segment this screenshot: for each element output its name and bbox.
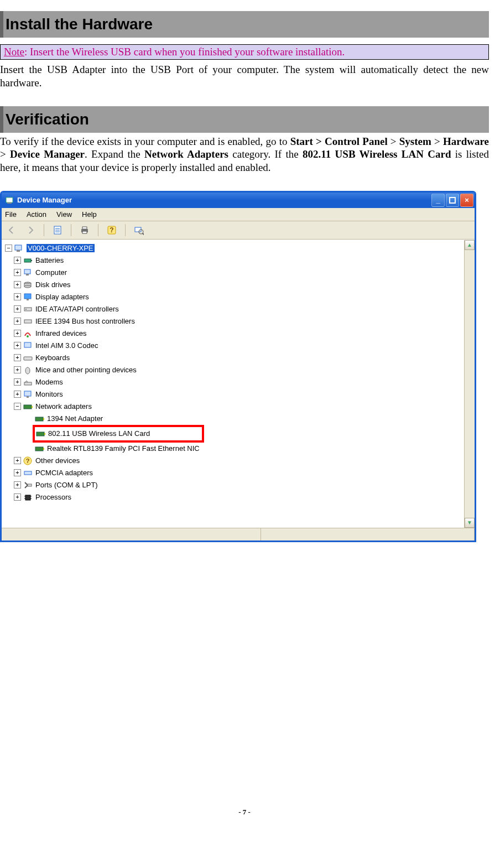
node-label: Processors <box>35 493 71 501</box>
tree-node-ieee1394[interactable]: + IEEE 1394 Bus host controllers <box>4 315 464 328</box>
tree-node-1394-adapter[interactable]: 1394 Net Adapter <box>4 413 464 425</box>
node-label: Keyboards <box>35 354 70 362</box>
close-button[interactable]: × <box>460 194 473 207</box>
tree-root[interactable]: − V000-CHERRY-XPE <box>4 242 464 254</box>
svg-text:?: ? <box>110 226 113 234</box>
menu-action[interactable]: Action <box>27 210 46 219</box>
node-label: Batteries <box>35 256 64 264</box>
svg-rect-33 <box>24 382 32 385</box>
unknown-icon: ? <box>23 456 33 465</box>
node-label: Monitors <box>35 390 63 398</box>
print-icon[interactable] <box>78 224 91 237</box>
back-icon[interactable] <box>5 224 18 237</box>
tree-node-infrared[interactable]: + Infrared devices <box>4 328 464 340</box>
keyboard-icon <box>23 354 33 362</box>
tree-node-usb-wireless[interactable]: 802.11 USB Wireless LAN Card <box>36 428 202 440</box>
pcmcia-icon <box>23 469 33 477</box>
svg-rect-34 <box>24 391 31 396</box>
scroll-up-icon[interactable]: ▲ <box>465 240 475 250</box>
tree-node-other-devices[interactable]: + ? Other devices <box>4 455 464 467</box>
menu-file[interactable]: File <box>5 210 17 219</box>
expand-icon[interactable]: + <box>14 330 21 337</box>
menu-help[interactable]: Help <box>82 210 97 219</box>
menu-view[interactable]: View <box>56 210 72 219</box>
tree-node-batteries[interactable]: + Batteries <box>4 254 464 267</box>
svg-rect-15 <box>15 245 22 250</box>
tree-node-network-adapters[interactable]: − Network adapters <box>4 401 464 413</box>
expand-icon[interactable]: + <box>14 293 21 300</box>
expand-icon[interactable]: + <box>14 366 21 373</box>
scroll-down-icon[interactable]: ▼ <box>465 518 475 528</box>
collapse-icon[interactable]: − <box>5 245 12 252</box>
expand-icon[interactable]: + <box>14 378 21 386</box>
svg-rect-39 <box>43 418 44 420</box>
svg-rect-46 <box>24 471 32 475</box>
tree-node-keyboards[interactable]: + Keyboards <box>4 352 464 364</box>
tree-node-modems[interactable]: + Modems <box>4 376 464 388</box>
tree-node-intelaim[interactable]: + Intel AIM 3.0 Codec <box>4 340 464 352</box>
svg-text:?: ? <box>26 458 30 464</box>
svg-rect-30 <box>24 342 31 347</box>
battery-icon <box>23 256 33 265</box>
processor-icon <box>23 493 33 502</box>
node-label: Realtek RTL8139 Family PCI Fast Ethernet… <box>47 444 200 453</box>
collapse-icon[interactable]: − <box>14 403 21 410</box>
svg-rect-2 <box>450 197 455 203</box>
expand-icon[interactable]: + <box>14 318 21 325</box>
node-label: Ports (COM & LPT) <box>35 481 98 489</box>
tree-node-display[interactable]: + Display adapters <box>4 291 464 303</box>
separator <box>44 224 44 236</box>
scan-hardware-icon[interactable] <box>132 224 145 237</box>
tree-node-disk[interactable]: + Disk drives <box>4 279 464 291</box>
minimize-button[interactable]: _ <box>431 194 445 207</box>
node-label: Intel AIM 3.0 Codec <box>35 341 98 350</box>
tree-node-processors[interactable]: + Processors <box>4 491 464 503</box>
root-label: V000-CHERRY-XPE <box>27 244 95 252</box>
tree-node-realtek[interactable]: Realtek RTL8139 Family PCI Fast Ethernet… <box>4 443 464 455</box>
expand-icon[interactable]: + <box>14 469 21 476</box>
forward-icon[interactable] <box>24 224 37 237</box>
expand-icon[interactable]: + <box>14 391 21 398</box>
expand-icon[interactable]: + <box>14 281 21 288</box>
expand-icon[interactable]: + <box>14 493 21 501</box>
svg-point-32 <box>25 367 30 374</box>
expand-icon[interactable]: + <box>14 354 21 361</box>
disk-icon <box>23 280 33 289</box>
note-box: Note: Insert the Wireless USB card when … <box>0 44 489 60</box>
display-icon <box>23 293 33 302</box>
expand-icon[interactable]: + <box>14 257 21 264</box>
window-title: Device Manager <box>17 196 430 204</box>
tree-node-ports[interactable]: + Ports (COM & LPT) <box>4 479 464 491</box>
node-label: Mice and other pointing devices <box>35 366 137 374</box>
svg-rect-20 <box>26 274 29 276</box>
device-tree[interactable]: − V000-CHERRY-XPE + Batteries + Computer <box>2 240 464 528</box>
monitor-icon <box>23 390 33 399</box>
expand-icon[interactable]: + <box>14 269 21 276</box>
network-adapter-icon <box>35 414 45 423</box>
svg-rect-41 <box>44 433 45 435</box>
scrollbar[interactable]: ▲ ▼ <box>464 240 475 528</box>
expand-icon[interactable]: + <box>14 305 21 313</box>
separator <box>71 224 71 236</box>
node-label: Modems <box>35 378 63 386</box>
tree-node-pcmcia[interactable]: + PCMCIA adapters <box>4 467 464 479</box>
svg-rect-17 <box>24 259 31 262</box>
svg-rect-25 <box>27 299 29 300</box>
expand-icon[interactable]: + <box>14 342 21 349</box>
modem-icon <box>23 378 33 387</box>
help-icon[interactable]: ? <box>105 224 118 237</box>
tree-node-computer[interactable]: + Computer <box>4 267 464 279</box>
expand-icon[interactable]: + <box>14 457 21 464</box>
tree-node-mice[interactable]: + Mice and other pointing devices <box>4 364 464 376</box>
page-number: - 7 - <box>0 808 489 817</box>
separator <box>125 224 126 236</box>
maximize-button[interactable] <box>446 194 459 207</box>
node-label: PCMCIA adapters <box>35 469 93 477</box>
tree-node-ide[interactable]: + IDE ATA/ATAPI controllers <box>4 303 464 315</box>
properties-icon[interactable] <box>51 224 64 237</box>
svg-rect-19 <box>24 269 30 274</box>
tree-node-monitors[interactable]: + Monitors <box>4 388 464 401</box>
node-label: Network adapters <box>35 402 92 410</box>
titlebar[interactable]: Device Manager _ × <box>2 193 475 208</box>
expand-icon[interactable]: + <box>14 481 21 488</box>
